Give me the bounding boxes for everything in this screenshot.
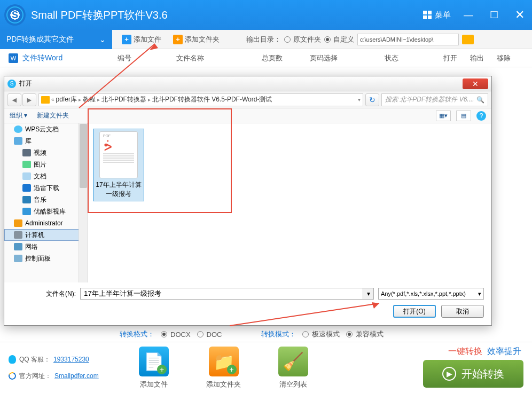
slogan: 一键转换 效率提升	[448, 346, 521, 357]
table-header: 编号 文件名称 总页数 页码选择 状态 打开 输出 移除	[112, 49, 532, 67]
category-label: PDF转换成其它文件	[6, 35, 74, 44]
sidebar-item-label: 文件转Word	[22, 53, 62, 63]
maximize-button[interactable]: ☐	[486, 7, 502, 23]
play-icon: ▶	[442, 367, 456, 381]
big-add-folder-button[interactable]: 📁+ 添加文件夹	[206, 347, 241, 389]
file-filter-select[interactable]: Any(*.pdf,*.xls,*.xlsx,*.ppt,*.pptx)▾	[378, 288, 484, 300]
search-icon: 🔍	[476, 96, 484, 104]
tree-item[interactable]: 音乐	[4, 194, 87, 206]
tree-item[interactable]: 迅雷下载	[4, 182, 87, 194]
tree-item[interactable]: 优酷影视库	[4, 206, 87, 217]
big-add-file-button[interactable]: 📄+ 添加文件	[139, 347, 169, 389]
mode-label: 转换模式：	[261, 329, 296, 339]
view-thumbnails-button[interactable]: ▦▾	[436, 111, 451, 121]
dialog-body: WPS云文档库视频图片文档迅雷下载音乐优酷影视库Administrator计算机…	[4, 123, 491, 282]
minimize-button[interactable]: —	[460, 7, 476, 23]
format-doc-radio[interactable]: DOC	[197, 331, 222, 339]
search-input[interactable]: 搜索 北斗PDF转换器软件 V6.... 🔍	[381, 93, 488, 106]
output-path-input[interactable]	[357, 34, 459, 45]
tree-item[interactable]: 计算机	[4, 229, 87, 241]
refresh-button[interactable]: ↻	[365, 93, 379, 106]
tree-item[interactable]: 图片	[4, 159, 87, 170]
tree-item[interactable]: 网络	[4, 241, 87, 253]
file-item[interactable]: ᕘ 17年上半年计算一级报考	[93, 129, 144, 201]
support-links: QQ 客服：1933175230 官方网址：Smallpdfer.com	[0, 350, 123, 386]
cancel-button[interactable]: 取消	[441, 305, 484, 318]
tree-item[interactable]: Administrator	[4, 217, 87, 229]
format-label: 转换格式：	[120, 329, 154, 339]
col-index: 编号	[118, 53, 176, 63]
mode-compat-radio[interactable]: 兼容模式	[346, 329, 384, 339]
doc-icon	[22, 172, 31, 180]
dialog-close-button[interactable]: ✕	[463, 78, 488, 89]
output-label: 输出目录：	[246, 35, 281, 44]
breadcrumb-item[interactable]: 教程	[83, 95, 96, 104]
plus-icon: +	[122, 35, 131, 44]
titlebar: S Small PDF转换PPT软件V3.6 菜单 — ☐ ✕	[0, 0, 532, 30]
filter-value: Any(*.pdf,*.xls,*.xlsx,*.ppt,*.pptx)	[381, 290, 466, 297]
newfolder-button[interactable]: 新建文件夹	[37, 111, 69, 120]
pdf-thumbnail-icon: ᕘ	[99, 131, 138, 178]
net-icon	[14, 243, 22, 250]
filename-input[interactable]	[80, 288, 363, 300]
tree-item[interactable]: 文档	[4, 170, 87, 182]
category-dropdown[interactable]: PDF转换成其它文件 ⌄	[0, 30, 112, 49]
nav-back-button[interactable]: ◄	[7, 93, 21, 106]
tree-item[interactable]: 库	[4, 135, 87, 147]
format-docx-radio[interactable]: DOCX	[161, 331, 191, 339]
browse-folder-button[interactable]	[462, 35, 474, 44]
open-button[interactable]: 打开(O)	[393, 305, 436, 318]
tree-item-label: 库	[25, 137, 32, 146]
start-convert-button[interactable]: ▶ 开始转换	[423, 360, 523, 388]
start-label: 开始转换	[461, 367, 504, 381]
tree-item[interactable]: WPS云文档	[4, 123, 87, 135]
output-custom-radio[interactable]: 自定义	[324, 35, 354, 44]
col-status: 状态	[385, 53, 443, 63]
col-output: 输出	[470, 53, 497, 63]
add-folder-button[interactable]: +添加文件夹	[169, 33, 224, 46]
word-icon: W	[9, 53, 18, 63]
open-dialog: S 打开 ✕ ◄ ► « pdfer库▸ 教程▸ 北斗PDF转换器▸ 北斗PDF…	[4, 76, 492, 326]
add-file-button[interactable]: +添加文件	[118, 33, 166, 46]
col-filename: 文件名称	[176, 53, 262, 63]
lib-icon	[14, 137, 22, 145]
breadcrumb-item[interactable]: pdfer库	[56, 95, 77, 104]
breadcrumb[interactable]: « pdfer库▸ 教程▸ 北斗PDF转换器▸ 北斗PDF转换器软件 V6.5-…	[38, 93, 363, 106]
tree-item-label: 优酷影视库	[34, 207, 66, 216]
tree-item[interactable]: 视频	[4, 147, 87, 159]
dialog-toolbar: 组织 ▾ 新建文件夹 ▦▾ ▤ ?	[4, 108, 491, 123]
mode-fast-radio[interactable]: 极速模式	[302, 329, 340, 339]
cloud-icon	[14, 125, 22, 133]
site-link[interactable]: Smallpdfer.com	[54, 372, 99, 380]
menu-button[interactable]: 菜单	[423, 10, 451, 20]
help-icon[interactable]: ?	[476, 111, 486, 121]
breadcrumb-item[interactable]: 北斗PDF转换器软件 V6.5-PDF-Word-测试	[152, 95, 272, 104]
tree-item[interactable]: 控制面板	[4, 253, 87, 264]
plus-icon: +	[227, 365, 237, 374]
breadcrumb-item[interactable]: 北斗PDF转换器	[101, 95, 146, 104]
dialog-footer: 文件名(N): ▾ Any(*.pdf,*.xls,*.xlsx,*.ppt,*…	[4, 282, 491, 323]
close-button[interactable]: ✕	[512, 7, 528, 23]
site-label: 官方网址：	[19, 372, 51, 381]
big-add-file-label: 添加文件	[140, 380, 168, 389]
chevron-down-icon: ▾	[478, 290, 481, 297]
tree-item-label: WPS云文档	[25, 125, 59, 134]
toolbar: PDF转换成其它文件 ⌄ +添加文件 +添加文件夹 输出目录： 原文件夹 自定义	[0, 30, 532, 49]
tree-item-label: 图片	[34, 160, 46, 169]
big-clear-button[interactable]: 🧹 清空列表	[278, 347, 308, 389]
qq-link[interactable]: 1933175230	[53, 356, 89, 363]
organize-button[interactable]: 组织 ▾	[10, 111, 27, 120]
slogan-part1: 一键转换	[448, 347, 482, 356]
globe-icon	[7, 371, 17, 381]
file-icon: 📄+	[139, 347, 169, 376]
broom-icon: 🧹	[278, 347, 308, 376]
filename-dropdown[interactable]: ▾	[363, 288, 374, 300]
nav-forward-button[interactable]: ►	[22, 93, 36, 106]
tree-item-label: 迅雷下载	[34, 184, 59, 193]
sidebar-item-word[interactable]: W 文件转Word	[0, 49, 112, 67]
file-label: 17年上半年计算一级报考	[96, 180, 142, 199]
output-srcfolder-radio[interactable]: 原文件夹	[284, 35, 321, 44]
plus-icon: +	[173, 35, 183, 44]
scrollbar[interactable]	[79, 123, 87, 282]
view-details-button[interactable]: ▤	[456, 111, 471, 121]
